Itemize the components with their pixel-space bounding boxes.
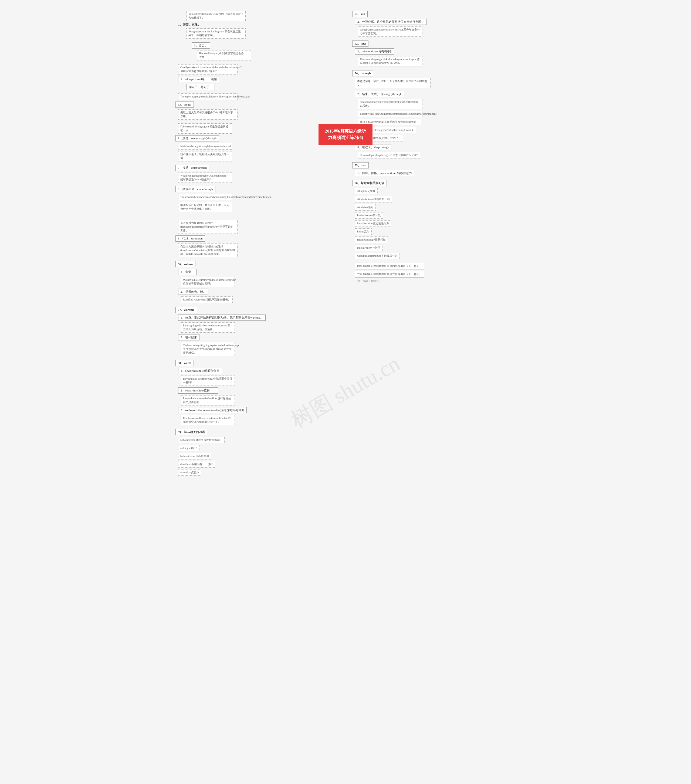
label-1-volume: 1、音量。	[178, 269, 196, 275]
label-1-suit: 1、套装、衣服。	[178, 23, 201, 27]
item-no-bother: nobothertome对我而言没什么影响。	[178, 437, 225, 443]
section-turndown: 有人会以为频繁的公务旅行(frequentbusinesstrip)叫turnd…	[176, 220, 255, 476]
item-lastminute: atthelastminute推到最后一刻	[355, 196, 392, 203]
label-60-time: 60、与时间相关的习语	[352, 180, 387, 186]
label-1-read: 1、浏览、read(straight)through	[176, 135, 219, 142]
sentence-betterread: I'dbetterreadithroughagain.我最好还是再通读一次。	[178, 124, 232, 133]
label-2-suit-r: 2、一套公寓、这个意思必须根据后文来进行判断。	[355, 19, 427, 25]
item-intime: intime及时	[355, 228, 372, 235]
sentence-worth3: Ifindlessonswell-worththetimeandtrouble.…	[181, 415, 235, 425]
label-5-come: 5、播放出来、comethrough	[176, 186, 216, 192]
right-column: 51、suit 2、一套公寓、这个意思必须根据后文来进行判断。 Iboughta…	[348, 11, 432, 479]
sentence-would-volume: Wouldyouplaseturnthevolumeofthemusiccdow…	[181, 277, 235, 287]
main-content: Youlookgreatinyournewsuit.你穿上新衣服后看上去精神极了…	[176, 11, 515, 479]
through-intro: 本意是穿越、穿过、在以下几个搭配中分别仅有了不同的意义。	[355, 78, 431, 88]
section-55-turn: 55、turn 1、转向、转移、turnattentionto转移注意力	[352, 162, 432, 176]
sentence-ibought-city: Iboughtanewsuitinthecentralcitythisyear.…	[358, 26, 423, 37]
item-allnight: allnightlong整晚	[355, 188, 378, 194]
sentence-power: Thepowerindicatorwason,anditwasrunning,b…	[178, 194, 232, 200]
section-60-time: 60、与时间相关的习语 allnightlong整晚 atthelastminu…	[352, 180, 432, 259]
label-3-worth: 3、well-worththetimeandtrouble(值得这时间与精力	[178, 407, 247, 413]
label-1-take: 1、takeapictureof给……照相	[178, 76, 219, 82]
sentence-ididn: Ididn'treadstraightthroughthewayoureadan…	[178, 143, 232, 150]
sentence-turndown2: 而当因为某些事情而拒绝别人的邀请(turndownone'sinvitation…	[178, 243, 237, 257]
label-54-through: 54、through	[352, 70, 373, 76]
sentence-find-volume: Ican'tfindVolumeTen.我找不到第10册书。	[181, 296, 233, 303]
sentence-garage: Themanattthegaragethinksthatitakegoodcar…	[358, 56, 423, 66]
label-51-suit-r: 51、suit	[352, 11, 368, 17]
sentence-ibought-suit: Iboughtagoodsutinaclothingstore.我在衣服店里买了…	[186, 28, 246, 39]
page-wrapper: 2016年6月英语六级听力高频词汇练习(6) Youlookgreatinyou…	[173, 0, 518, 485]
label-58-worth: 58、worth	[176, 360, 194, 366]
item-quiteawhile: quiteawhile有一阵子	[355, 245, 383, 251]
sentence-could-take: Couldyoutakeapictureofmewiththelakeinthe…	[178, 64, 237, 74]
label-2-warmup: 2、暖和起来	[178, 334, 199, 341]
sentence-ididn2: 我不像你通读小说那样从头到尾地浏览一遍。	[178, 151, 232, 161]
label-3-suit: 3、适合。	[192, 43, 210, 49]
label-57-warmup: 57、warmup	[176, 307, 197, 313]
promo-2: 六级基础强化冲刺套餐班英语六级特训班（五一特训）	[355, 271, 424, 278]
item-notatall: notatall一点也不	[178, 469, 201, 476]
section-promo: 四级基础强化冲刺套餐班英语四级特训班（五一特训） 六级基础强化冲刺套餐班英语六级…	[352, 263, 432, 283]
sentence-would-get: WouldyougetmethroughtoDr.Lemonplease?能帮我…	[178, 173, 232, 183]
sentence-power2: 电源指示灯是亮的，并且正常工作，但是为什么声音就是出不来呢?	[178, 202, 232, 212]
label-56-volume: 56、volume	[176, 261, 196, 267]
sentence-15min: Thatonyleavesus15minutestogothroughhecus…	[358, 111, 423, 117]
sentence-youlook: Youlookgreatinyournewsuit.你穿上新衣服后看上去精神极了…	[186, 11, 246, 21]
label-2-through: 2、结束、完成(工作)be(go)through	[355, 91, 404, 97]
sentence-frequent: 有人会以为频繁的公务旅行(frequentbusinesstrip)叫turnd…	[178, 220, 237, 234]
sentence-paper2: 据纸上说人如果每天睡眠少于6小时将感到不舒服。	[178, 109, 237, 120]
item-believe: believeitornot信不信由你	[178, 453, 211, 460]
item-hardtime: haveahardtime度过困难时刻	[355, 220, 392, 227]
item-dowithout: dowithout不用没有……也行	[178, 461, 215, 468]
label-55-turn: 55、turn	[352, 162, 369, 168]
sentence-paper: Thepapersayspeopletendtofelunwelllitieye…	[178, 94, 237, 100]
promo-1: 四级基础强化冲刺套餐班英语四级特训班（五一特训）	[355, 263, 424, 269]
label-53-tendto: 53、tendto	[176, 102, 194, 108]
sentence-forecast: Theforecastsaysit'sgoingtogetworsebefore…	[181, 342, 235, 356]
label-52-take-r: 52、take	[352, 41, 369, 47]
item-firsttime: forthefirsttime第一次	[355, 212, 383, 219]
label-2-take-r: 2、takegoodcareof好好照看	[355, 48, 394, 54]
sentence-sleep: Howcouldyousleepthrough it?你怎么能睡过头了呢?	[358, 152, 420, 158]
section-52-take-left: Couldyoutakeapictureofmewiththelakeinthe…	[176, 64, 255, 216]
section-51-left: Youlookgreatinyournewsuit.你穿上新衣服后看上去精神极了…	[176, 11, 255, 61]
item-nothing: nothingbut除了	[178, 445, 199, 451]
label-pian: 偏向于、趋向于。	[186, 84, 215, 90]
sentence-hard-time: Ihadahardtimegettingthroughthistest.完成测验…	[358, 99, 423, 109]
sentence-worth2: It'sworthwhiletomaaketheeffort.进行这样的努力是值…	[181, 395, 235, 405]
label-4-through: 4、睡过了、sleepthrough	[355, 144, 392, 150]
item-latest: atthelatest最近	[355, 204, 376, 211]
label-2-volume: 2、指书的卷、册。	[178, 288, 208, 295]
section-51-right: 51、suit 2、一套公寓、这个意思必须根据后文来进行判断。 Iboughta…	[352, 11, 432, 37]
label-1-warmup: 1、热身、正式开始进行剧烈运动前、我们都首先需要warmup。	[178, 315, 266, 321]
item-waittill: waituntilthelastminute直到最后一刻	[355, 253, 400, 259]
section-54-through: 54、through 本意是穿越、穿过、在以下几个搭配中分别仅有了不同的意义。 …	[352, 70, 432, 158]
label-3-gets: 3、接通、getsbthrough	[176, 165, 209, 171]
label-59-no: 59、与no相关的习语	[176, 429, 207, 435]
sentence-ihope: Ihopetwillsuityou,sir.我希望它能适合你，先生。	[197, 50, 251, 61]
left-column: Youlookgreatinyournewsuit.你穿上新衣服后看上去精神极了…	[176, 11, 259, 479]
page-title: 2016年6月英语六级听力高频词汇练习(6)	[319, 124, 372, 145]
section-52-right: 52、take 2、takegoodcareof好好照看 Themanattth…	[352, 41, 432, 66]
label-1-turndown: 1、拒绝、turndown	[176, 236, 205, 242]
label-1-worth: 1、beworthdoingsth值得做某事	[178, 368, 222, 374]
label-2-worth: 2、beworthwhileto值得……	[178, 387, 218, 394]
label-1-turn: 1、转向、转移、turnattentionto转移注意力	[355, 170, 414, 176]
editor-note: （责任编辑：田学江）	[355, 279, 382, 283]
sentence-stretch: I'mjustgoingtodoafewstretchestowarmup.我去…	[181, 322, 235, 333]
item-latest-tech: latesttechnology最新科技	[355, 237, 388, 243]
sentence-worth1: Doyouthinkit'sworthseeing?你觉得那个值得一看吗?	[181, 376, 235, 386]
